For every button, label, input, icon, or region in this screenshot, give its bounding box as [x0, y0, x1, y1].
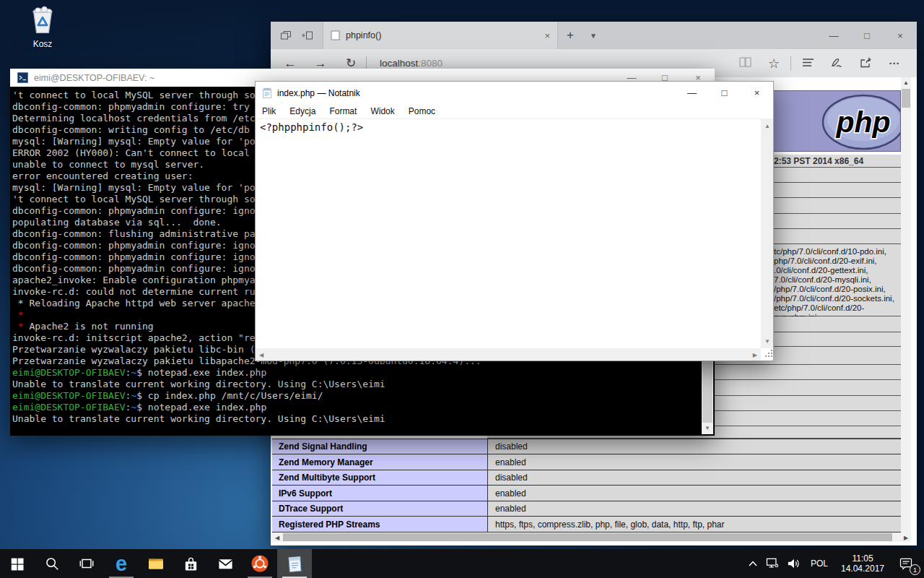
- terminal-line: Unable to translate current working dire…: [12, 413, 702, 425]
- ini-files-list: tc/php/7.0/cli/conf.d/10-pdo.ini,php/7.0…: [774, 247, 901, 322]
- more-options-icon[interactable]: ···: [882, 57, 907, 69]
- menu-item-plik[interactable]: Plik: [262, 106, 276, 116]
- tab-preview-button[interactable]: [275, 22, 297, 49]
- phpinfo-row-value: https, ftps, compress.zlib, php, file, g…: [488, 517, 901, 532]
- phpinfo-table-row: Registered PHP Streamshttps, ftps, compr…: [272, 517, 901, 532]
- recycle-bin-label: Kosz: [17, 39, 68, 49]
- edge-close-button[interactable]: ×: [884, 22, 917, 49]
- notification-badge: 1: [910, 564, 920, 575]
- favorites-star-icon[interactable]: ☆: [762, 56, 786, 72]
- task-view-button[interactable]: [69, 549, 104, 578]
- scroll-left-icon[interactable]: ◀: [259, 352, 263, 358]
- phpinfo-row-value: enabled: [488, 454, 901, 470]
- scroll-up-icon[interactable]: ▲: [901, 79, 911, 86]
- notepad-title-bar[interactable]: index.php — Notatnik — □ ×: [256, 82, 773, 104]
- phpinfo-row-value: enabled: [488, 486, 901, 501]
- scrollbar-thumb[interactable]: [283, 533, 892, 541]
- ini-file-line: /php/7.0/cli/conf.d/20-posix.ini,: [774, 285, 901, 294]
- menu-item-widok[interactable]: Widok: [370, 106, 394, 116]
- menu-item-edycja[interactable]: Edycja: [289, 106, 315, 116]
- tab-dropdown-icon[interactable]: ▼: [583, 22, 604, 49]
- phpinfo-table-row: Zend Memory Managerenabled: [272, 454, 901, 470]
- page-icon: [331, 30, 340, 40]
- system-info-fragment: 2:53 PST 2014 x86_64: [774, 156, 863, 166]
- action-center-button[interactable]: 1: [891, 549, 921, 578]
- windows-logo-icon: [9, 556, 25, 571]
- phpinfo-row-label: Zend Signal Handling: [272, 439, 488, 454]
- taskbar-store-button[interactable]: [173, 549, 208, 578]
- notepad-horizontal-scrollbar[interactable]: ◀ ▶: [256, 348, 761, 361]
- menu-item-pomoc[interactable]: Pomoc: [409, 106, 435, 116]
- tab-title: phpinfo(): [346, 30, 539, 40]
- tray-chevron-up-icon[interactable]: [744, 549, 762, 578]
- reading-view-icon[interactable]: [733, 57, 757, 69]
- divider: [790, 56, 791, 71]
- phpinfo-table-row: Zend Signal Handlingdisabled: [272, 439, 901, 454]
- resize-grip[interactable]: [764, 351, 771, 358]
- edge-icon: e: [116, 552, 127, 576]
- mail-icon: [217, 556, 234, 572]
- scroll-down-icon[interactable]: ▼: [702, 425, 713, 431]
- edge-horizontal-scrollbar[interactable]: ◀ ▶: [272, 532, 911, 542]
- taskbar-file-explorer-button[interactable]: [139, 549, 173, 578]
- tray-network-icon[interactable]: [762, 549, 783, 578]
- tab-preview-icon: [280, 30, 292, 41]
- scroll-down-icon[interactable]: ▼: [764, 338, 770, 345]
- menu-item-format[interactable]: Format: [329, 106, 357, 116]
- edge-maximize-button[interactable]: □: [850, 22, 884, 49]
- taskbar-notepad-button[interactable]: [277, 549, 312, 578]
- phpinfo-row-label: Registered PHP Streams: [272, 517, 488, 532]
- url-field[interactable]: localhost:8080: [380, 58, 443, 69]
- language-indicator[interactable]: POL: [804, 549, 834, 578]
- notepad-vertical-scrollbar[interactable]: ▲ ▼: [761, 119, 773, 348]
- notepad-window: index.php — Notatnik — □ × PlikEdycjaFor…: [255, 81, 774, 361]
- start-button[interactable]: [0, 549, 35, 578]
- phpinfo-row-label: Zend Memory Manager: [272, 454, 488, 470]
- scroll-up-icon[interactable]: ▲: [764, 123, 770, 129]
- edge-minimize-button[interactable]: —: [817, 22, 850, 49]
- ini-file-line: 7.0/cli/conf.d/20-mysqli.ini,: [774, 275, 901, 285]
- close-tab-icon[interactable]: ×: [544, 30, 550, 41]
- notepad-menu-bar: PlikEdycjaFormatWidokPomoc: [256, 104, 773, 119]
- share-icon[interactable]: [853, 57, 878, 70]
- phpinfo-row-label: Zend Multibyte Support: [272, 470, 488, 485]
- taskbar-mail-button[interactable]: [208, 549, 243, 578]
- hub-icon[interactable]: [796, 57, 820, 69]
- ink-pen-icon[interactable]: [824, 57, 849, 70]
- scroll-right-icon[interactable]: ▶: [753, 352, 757, 358]
- terminal-line: eimi@DESKTOP-OFIBAEV:~$ notepad.exe inde…: [12, 367, 702, 379]
- set-aside-tabs-button[interactable]: [297, 22, 318, 49]
- notepad-close-button[interactable]: ×: [741, 82, 773, 104]
- clock-time: 11:05: [841, 553, 884, 564]
- scroll-left-icon[interactable]: ◀: [274, 535, 281, 541]
- recycle-bin[interactable]: Kosz: [17, 6, 68, 49]
- taskbar-edge-button[interactable]: e: [104, 549, 139, 578]
- php-logo: php: [821, 93, 901, 151]
- search-button[interactable]: [35, 549, 69, 578]
- scrollbar-thumb[interactable]: [902, 89, 910, 108]
- new-tab-button[interactable]: +: [558, 22, 583, 49]
- notepad-minimize-button[interactable]: —: [676, 82, 708, 104]
- task-view-icon: [79, 556, 95, 571]
- store-icon: [183, 556, 199, 572]
- phpinfo-row-label: DTrace Support: [272, 501, 488, 516]
- edge-tab-bar: phpinfo() × + ▼ — □ ×: [271, 22, 917, 49]
- scroll-right-icon[interactable]: ▶: [902, 535, 910, 541]
- taskbar-clock[interactable]: 11:05 14.04.2017: [834, 549, 891, 578]
- taskbar-ubuntu-button[interactable]: [243, 549, 277, 578]
- phpinfo-table: Zend Signal HandlingdisabledZend Memory …: [272, 439, 901, 532]
- notepad-text-area[interactable]: <?phpphpinfo();?>: [256, 119, 761, 348]
- ini-file-line: php/7.0/cli/conf.d/20-exif.ini,: [774, 256, 901, 266]
- phpinfo-table-row: DTrace Supportenabled: [272, 501, 901, 517]
- taskbar: e: [0, 549, 924, 578]
- notepad-title: index.php — Notatnik: [277, 88, 676, 98]
- ubuntu-icon: [250, 554, 269, 573]
- tray-volume-icon[interactable]: [783, 549, 804, 578]
- notepad-maximize-button[interactable]: □: [708, 82, 741, 104]
- file-explorer-icon: [147, 555, 165, 572]
- edge-vertical-scrollbar[interactable]: ▲ ▼: [901, 77, 911, 542]
- browser-tab[interactable]: phpinfo() ×: [323, 22, 558, 49]
- phpinfo-table-row: IPv6 Supportenabled: [272, 486, 901, 501]
- notepad-icon: [286, 555, 304, 573]
- phpinfo-table-row: Zend Multibyte Supportdisabled: [272, 470, 901, 486]
